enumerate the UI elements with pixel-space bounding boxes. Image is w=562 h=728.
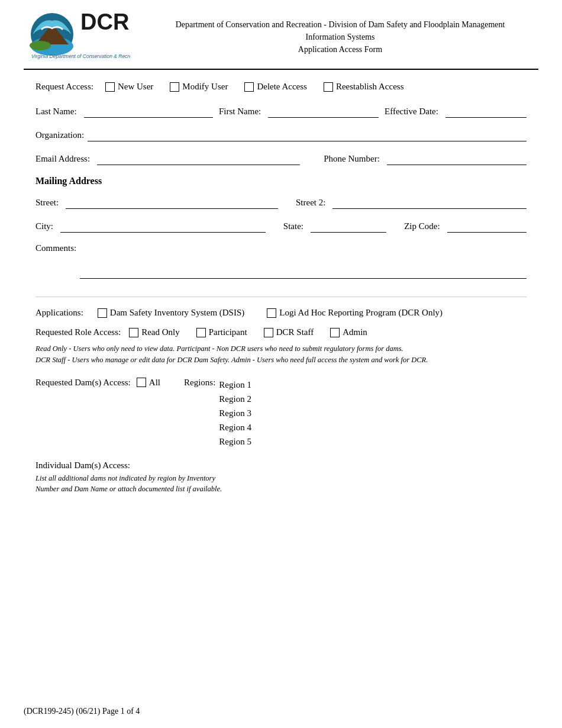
footer-text: (DCR199-245) (06/21) Page 1 of 4 bbox=[24, 707, 140, 716]
city-group: City: bbox=[35, 220, 266, 233]
phone-label: Phone Number: bbox=[324, 154, 380, 164]
first-name-label: First Name: bbox=[219, 107, 261, 117]
street-field[interactable] bbox=[66, 196, 278, 209]
form-title: Application Access Form bbox=[142, 43, 538, 56]
logo-area: DCR Virginia Department of Conservation … bbox=[24, 12, 142, 62]
last-name-group: Last Name: bbox=[35, 105, 213, 118]
last-name-label: Last Name: bbox=[35, 107, 77, 117]
applications-label: Applications: bbox=[35, 308, 83, 318]
request-access-label: Request Access: bbox=[35, 82, 93, 92]
first-name-field[interactable] bbox=[268, 105, 379, 118]
region-5: Region 5 bbox=[219, 434, 251, 449]
street-row: Street: Street 2: bbox=[35, 196, 527, 209]
delete-access-checkbox[interactable] bbox=[244, 82, 254, 92]
reestablish-access-checkbox[interactable] bbox=[324, 82, 333, 92]
dsis-option[interactable]: Dam Safety Inventory System (DSIS) bbox=[98, 308, 244, 318]
region-1: Region 1 bbox=[219, 378, 251, 392]
reestablish-access-label: Reestablish Access bbox=[336, 82, 404, 92]
dcr-staff-label: DCR Staff bbox=[276, 327, 314, 337]
dam-regions-section: Regions: Region 1 Region 2 Region 3 Regi… bbox=[184, 378, 251, 449]
division-name: Information Systems bbox=[142, 31, 538, 43]
agency-name: Department of Conservation and Recreatio… bbox=[142, 18, 538, 31]
dcr-staff-option[interactable]: DCR Staff bbox=[264, 327, 314, 337]
all-dams-checkbox[interactable] bbox=[137, 378, 146, 387]
street2-label: Street 2: bbox=[296, 198, 325, 208]
dsis-checkbox[interactable] bbox=[98, 308, 107, 318]
city-field[interactable] bbox=[60, 220, 266, 233]
form-body: Request Access: New User Modify User Del… bbox=[24, 82, 538, 495]
read-only-label: Read Only bbox=[141, 327, 180, 337]
all-dams-label: All bbox=[149, 378, 160, 388]
delete-access-label: Delete Access bbox=[257, 82, 307, 92]
participant-label: Participant bbox=[209, 327, 247, 337]
read-only-option[interactable]: Read Only bbox=[129, 327, 180, 337]
regions-label: Regions: bbox=[184, 378, 215, 388]
region-2: Region 2 bbox=[219, 392, 251, 406]
city-label: City: bbox=[35, 221, 53, 231]
applications-row: Applications: Dam Safety Inventory Syste… bbox=[35, 308, 527, 318]
role-notes: Read Only - Users who only need to view … bbox=[35, 343, 527, 366]
effective-date-field[interactable] bbox=[445, 105, 527, 118]
effective-date-label: Effective Date: bbox=[385, 107, 438, 117]
organization-row: Organization: bbox=[35, 128, 527, 141]
logi-option[interactable]: Logi Ad Hoc Reporting Program (DCR Only) bbox=[267, 308, 443, 318]
svg-text:Virginia Department of Conserv: Virginia Department of Conservation & Re… bbox=[31, 53, 130, 59]
zip-field[interactable] bbox=[447, 220, 527, 233]
dcr-staff-checkbox[interactable] bbox=[264, 328, 273, 337]
email-group: Email Address: bbox=[35, 152, 300, 165]
email-field[interactable] bbox=[97, 152, 300, 165]
mailing-address-title: Mailing Address bbox=[35, 176, 527, 186]
reestablish-access-option[interactable]: Reestablish Access bbox=[324, 82, 404, 92]
role-note-1: Read Only - Users who only need to view … bbox=[35, 343, 527, 355]
new-user-checkbox[interactable] bbox=[105, 82, 115, 92]
region-3: Region 3 bbox=[219, 406, 251, 420]
request-access-options: New User Modify User Delete Access Reest… bbox=[105, 82, 527, 92]
comments-row: Comments: bbox=[35, 243, 527, 279]
dam-access-label: Requested Dam(s) Access: bbox=[35, 378, 131, 388]
name-row: Last Name: First Name: Effective Date: bbox=[35, 105, 527, 118]
delete-access-option[interactable]: Delete Access bbox=[244, 82, 307, 92]
participant-option[interactable]: Participant bbox=[196, 327, 247, 337]
svg-point-3 bbox=[30, 41, 51, 50]
individual-dam-note: List all additional dams not indicated b… bbox=[35, 473, 527, 495]
admin-option[interactable]: Admin bbox=[330, 327, 367, 337]
dcr-logo: DCR Virginia Department of Conservation … bbox=[24, 12, 130, 59]
role-access-label: Requested Role Access: bbox=[35, 327, 121, 337]
logi-label: Logi Ad Hoc Reporting Program (DCR Only) bbox=[279, 308, 443, 318]
read-only-checkbox[interactable] bbox=[129, 328, 138, 337]
individual-dam-label-row: Individual Dam(s) Access: bbox=[35, 460, 527, 471]
street2-field[interactable] bbox=[332, 196, 527, 209]
comments-label: Comments: bbox=[35, 243, 76, 253]
dsis-label: Dam Safety Inventory System (DSIS) bbox=[110, 308, 244, 318]
zip-label: Zip Code: bbox=[404, 221, 440, 231]
street-group: Street: bbox=[35, 196, 278, 209]
regions-block: Region 1 Region 2 Region 3 Region 4 Regi… bbox=[219, 378, 251, 449]
all-dams-option[interactable]: All bbox=[137, 378, 160, 388]
comments-field[interactable] bbox=[80, 243, 527, 279]
modify-user-label: Modify User bbox=[182, 82, 228, 92]
phone-field[interactable] bbox=[387, 152, 527, 165]
street-label: Street: bbox=[35, 198, 59, 208]
admin-checkbox[interactable] bbox=[330, 328, 340, 337]
participant-checkbox[interactable] bbox=[196, 328, 206, 337]
organization-field[interactable] bbox=[88, 128, 527, 141]
email-phone-row: Email Address: Phone Number: bbox=[35, 152, 527, 165]
first-name-group: First Name: bbox=[219, 105, 379, 118]
street2-group: Street 2: bbox=[284, 196, 527, 209]
new-user-option[interactable]: New User bbox=[105, 82, 153, 92]
individual-dam-label: Individual Dam(s) Access: bbox=[35, 460, 130, 470]
admin-label: Admin bbox=[343, 327, 367, 337]
last-name-field[interactable] bbox=[84, 105, 213, 118]
modify-user-option[interactable]: Modify User bbox=[170, 82, 228, 92]
header-text: Department of Conservation and Recreatio… bbox=[142, 18, 538, 56]
phone-group: Phone Number: bbox=[306, 152, 527, 165]
modify-user-checkbox[interactable] bbox=[170, 82, 179, 92]
header: DCR Virginia Department of Conservation … bbox=[24, 12, 538, 70]
role-access-row: Requested Role Access: Read Only Partici… bbox=[35, 327, 527, 337]
effective-date-group: Effective Date: bbox=[385, 105, 527, 118]
footer: (DCR199-245) (06/21) Page 1 of 4 bbox=[24, 707, 140, 716]
state-label: State: bbox=[283, 221, 303, 231]
logi-checkbox[interactable] bbox=[267, 308, 276, 318]
dam-access-row: Requested Dam(s) Access: All Regions: Re… bbox=[35, 378, 527, 455]
state-field[interactable] bbox=[311, 220, 386, 233]
